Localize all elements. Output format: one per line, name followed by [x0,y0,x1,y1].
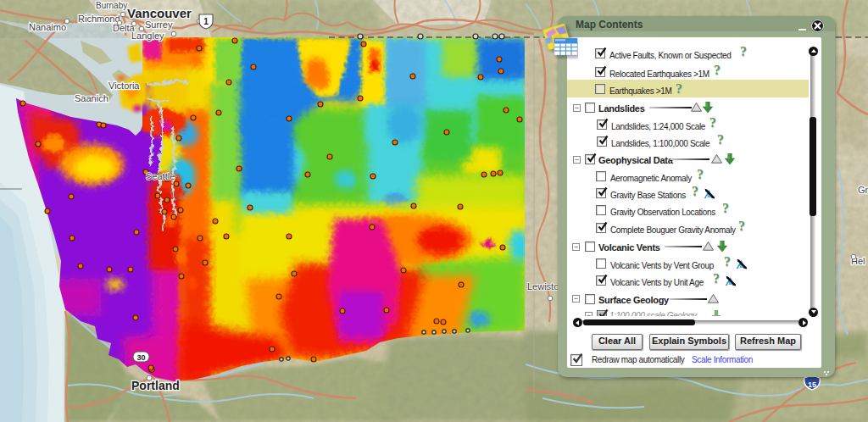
svg-text:Gr: Gr [858,185,868,195]
svg-text:Saanich: Saanich [75,93,108,103]
svg-text:Burnaby: Burnaby [96,1,127,10]
svg-text:1: 1 [203,17,209,26]
svg-text:Langley: Langley [131,31,164,41]
svg-text:Victoria: Victoria [108,81,140,91]
svg-text:30: 30 [136,353,145,362]
svg-text:Surrey: Surrey [145,19,173,30]
svg-text:Portland: Portland [131,379,180,392]
svg-text:Vancouver: Vancouver [127,6,192,20]
svg-text:15: 15 [808,380,816,389]
svg-text:Nanaimo: Nanaimo [29,22,66,32]
svg-text:Seattle: Seattle [146,171,175,181]
